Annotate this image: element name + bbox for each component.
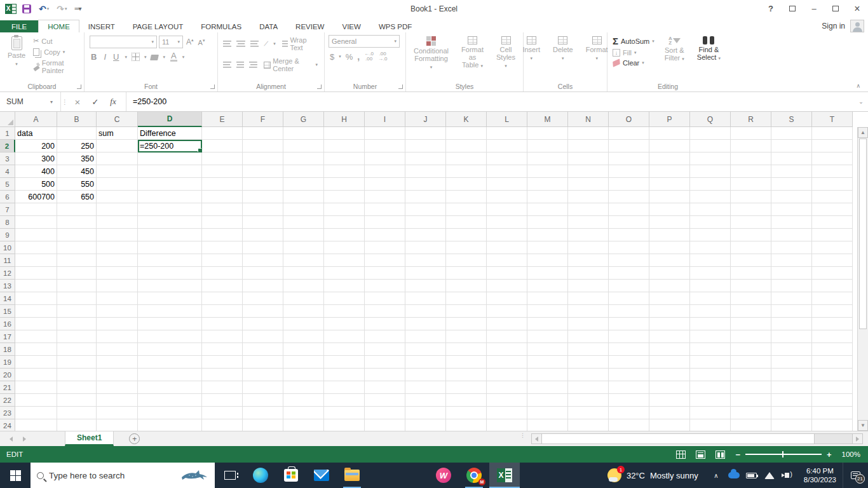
cell-R6[interactable] bbox=[731, 191, 771, 203]
cell-N24[interactable] bbox=[568, 419, 609, 431]
cell-R16[interactable] bbox=[731, 318, 771, 330]
cell-T21[interactable] bbox=[812, 381, 853, 394]
cell-N2[interactable] bbox=[568, 140, 609, 152]
cell-O17[interactable] bbox=[609, 330, 649, 343]
cell-L20[interactable] bbox=[487, 369, 527, 381]
cell-N16[interactable] bbox=[568, 318, 609, 330]
cell-J15[interactable] bbox=[405, 305, 446, 318]
cell-H15[interactable] bbox=[324, 305, 365, 318]
cell-D24[interactable] bbox=[138, 419, 202, 431]
cell-O8[interactable] bbox=[609, 216, 649, 229]
cell-J7[interactable] bbox=[405, 203, 446, 216]
cell-O18[interactable] bbox=[609, 343, 649, 356]
sheet-tab-sheet1[interactable]: Sheet1 bbox=[65, 431, 114, 446]
cell-J3[interactable] bbox=[405, 152, 446, 165]
cell-Q6[interactable] bbox=[690, 191, 731, 203]
cell-C20[interactable] bbox=[97, 369, 138, 381]
row-header-7[interactable]: 7 bbox=[0, 203, 15, 216]
cell-H23[interactable] bbox=[324, 407, 365, 419]
cell-J22[interactable] bbox=[405, 394, 446, 407]
zoom-in-icon[interactable]: + bbox=[827, 450, 832, 459]
cell-H2[interactable] bbox=[324, 140, 365, 152]
number-dialog-launcher[interactable] bbox=[398, 85, 403, 89]
cell-O13[interactable] bbox=[609, 280, 649, 292]
cell-R7[interactable] bbox=[731, 203, 771, 216]
column-header-G[interactable]: G bbox=[283, 112, 324, 127]
restore-button[interactable] bbox=[825, 0, 846, 17]
cell-I6[interactable] bbox=[365, 191, 405, 203]
cell-C12[interactable] bbox=[97, 267, 138, 280]
scroll-left-button[interactable] bbox=[531, 433, 542, 444]
cell-B20[interactable] bbox=[57, 369, 97, 381]
clear-button[interactable]: Clear▾ bbox=[611, 58, 656, 67]
cell-D13[interactable] bbox=[138, 280, 202, 292]
edge-taskbar-button[interactable] bbox=[245, 463, 276, 488]
cell-E18[interactable] bbox=[202, 343, 243, 356]
cell-R1[interactable] bbox=[731, 127, 771, 140]
expand-formula-bar-button[interactable]: ⌄ bbox=[854, 92, 868, 111]
cell-O7[interactable] bbox=[609, 203, 649, 216]
cell-C2[interactable] bbox=[97, 140, 138, 152]
cell-A1[interactable]: data bbox=[15, 127, 57, 140]
cell-K20[interactable] bbox=[446, 369, 487, 381]
cell-Q24[interactable] bbox=[690, 419, 731, 431]
cell-A23[interactable] bbox=[15, 407, 57, 419]
cell-P24[interactable] bbox=[649, 419, 690, 431]
cell-G19[interactable] bbox=[283, 356, 324, 369]
cell-O4[interactable] bbox=[609, 165, 649, 178]
cell-T4[interactable] bbox=[812, 165, 853, 178]
cell-L5[interactable] bbox=[487, 178, 527, 191]
clipboard-dialog-launcher[interactable] bbox=[77, 85, 81, 89]
cell-L22[interactable] bbox=[487, 394, 527, 407]
cell-I5[interactable] bbox=[365, 178, 405, 191]
cell-R17[interactable] bbox=[731, 330, 771, 343]
cell-H6[interactable] bbox=[324, 191, 365, 203]
row-header-8[interactable]: 8 bbox=[0, 216, 15, 229]
cell-I7[interactable] bbox=[365, 203, 405, 216]
cell-G4[interactable] bbox=[283, 165, 324, 178]
cell-R14[interactable] bbox=[731, 292, 771, 305]
cell-D9[interactable] bbox=[138, 229, 202, 241]
column-header-T[interactable]: T bbox=[812, 112, 853, 127]
cell-I15[interactable] bbox=[365, 305, 405, 318]
cell-R22[interactable] bbox=[731, 394, 771, 407]
cell-S20[interactable] bbox=[771, 369, 812, 381]
cell-K5[interactable] bbox=[446, 178, 487, 191]
cell-K8[interactable] bbox=[446, 216, 487, 229]
cell-F10[interactable] bbox=[243, 241, 283, 254]
cell-F8[interactable] bbox=[243, 216, 283, 229]
cell-P22[interactable] bbox=[649, 394, 690, 407]
column-header-K[interactable]: K bbox=[446, 112, 487, 127]
cell-B8[interactable] bbox=[57, 216, 97, 229]
sort-filter-button[interactable]: AZ Sort &Filter ▾ bbox=[661, 35, 688, 64]
cell-Q10[interactable] bbox=[690, 241, 731, 254]
cancel-button[interactable]: × bbox=[69, 97, 86, 107]
cell-S6[interactable] bbox=[771, 191, 812, 203]
cell-K7[interactable] bbox=[446, 203, 487, 216]
row-header-5[interactable]: 5 bbox=[0, 178, 15, 191]
cell-M7[interactable] bbox=[527, 203, 568, 216]
cell-M24[interactable] bbox=[527, 419, 568, 431]
number-format-combo[interactable]: General▾ bbox=[329, 35, 400, 48]
cell-B23[interactable] bbox=[57, 407, 97, 419]
cell-T14[interactable] bbox=[812, 292, 853, 305]
cell-N20[interactable] bbox=[568, 369, 609, 381]
cell-I12[interactable] bbox=[365, 267, 405, 280]
cell-K21[interactable] bbox=[446, 381, 487, 394]
cell-N9[interactable] bbox=[568, 229, 609, 241]
excel-taskbar-button[interactable]: X bbox=[489, 463, 520, 488]
cell-H20[interactable] bbox=[324, 369, 365, 381]
cell-H13[interactable] bbox=[324, 280, 365, 292]
cell-D10[interactable] bbox=[138, 241, 202, 254]
cell-J8[interactable] bbox=[405, 216, 446, 229]
cell-L14[interactable] bbox=[487, 292, 527, 305]
cell-E1[interactable] bbox=[202, 127, 243, 140]
cell-P13[interactable] bbox=[649, 280, 690, 292]
cell-B19[interactable] bbox=[57, 356, 97, 369]
cell-F14[interactable] bbox=[243, 292, 283, 305]
customize-qat-button[interactable]: ═▾ bbox=[73, 4, 83, 13]
cell-F16[interactable] bbox=[243, 318, 283, 330]
cell-J2[interactable] bbox=[405, 140, 446, 152]
new-sheet-button[interactable]: + bbox=[129, 433, 140, 444]
cell-Q19[interactable] bbox=[690, 356, 731, 369]
